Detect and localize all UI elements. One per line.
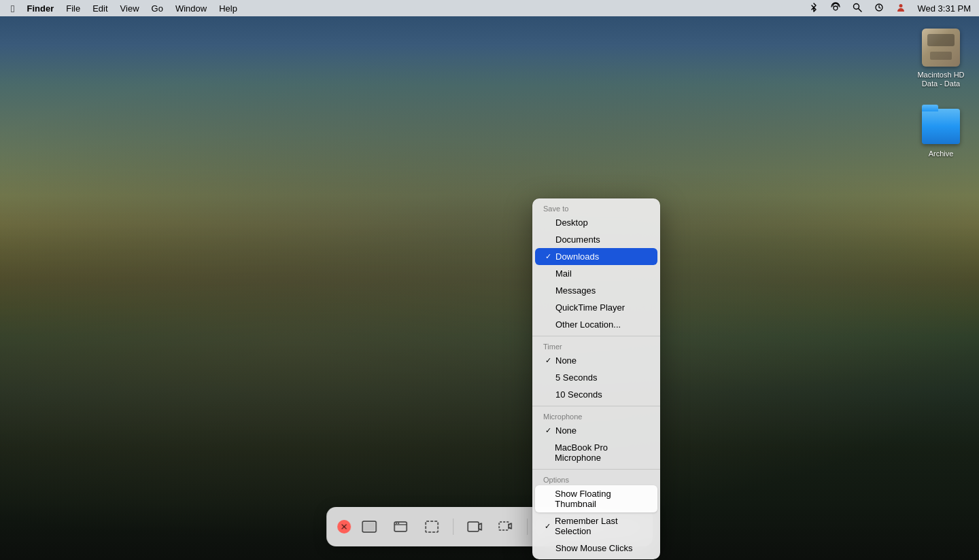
- remember-last-check: ✓: [543, 522, 552, 531]
- svg-line-2: [859, 8, 862, 12]
- menu-item-macbook-mic[interactable]: MacBook Pro Microphone: [532, 439, 660, 466]
- menu-item-messages[interactable]: Messages: [532, 282, 660, 299]
- menubar-edit[interactable]: Edit: [87, 2, 113, 15]
- fullscreen-capture-button[interactable]: [356, 514, 382, 540]
- selection-video-button[interactable]: [493, 514, 519, 540]
- separator-2: [532, 406, 660, 406]
- menubar-go[interactable]: Go: [146, 2, 169, 15]
- window-capture-button[interactable]: [388, 514, 413, 540]
- svg-rect-15: [499, 522, 509, 530]
- screentime-icon[interactable]: [871, 1, 887, 16]
- archive-label: Archive: [929, 150, 954, 158]
- menu-item-other-location[interactable]: Other Location...: [532, 316, 660, 333]
- menubar-file[interactable]: File: [61, 2, 86, 15]
- archive-folder-icon: [921, 106, 961, 147]
- menubar-app-name[interactable]: Finder: [21, 2, 59, 15]
- menubar-left:  Finder File Edit View Go Window Help: [5, 1, 243, 16]
- timer-label: Timer: [532, 339, 660, 352]
- mountain-overlay: [0, 0, 979, 560]
- save-to-label: Save to: [532, 201, 660, 214]
- none-timer-check: ✓: [543, 356, 553, 365]
- hdd-label: Macintosh HDData - Data: [917, 71, 964, 88]
- options-context-menu: Save to Desktop Documents ✓ Downloads Ma…: [532, 198, 660, 559]
- airdrop-icon[interactable]: [827, 1, 844, 16]
- toolbar-divider-1: [453, 519, 453, 535]
- menu-item-10-seconds[interactable]: 10 Seconds: [532, 386, 660, 403]
- hdd-drive-icon: [921, 27, 961, 68]
- screen-video-button[interactable]: [462, 514, 487, 540]
- menu-item-mail[interactable]: Mail: [532, 265, 660, 282]
- svg-rect-8: [364, 523, 375, 531]
- menu-item-show-floating[interactable]: Show Floating Thumbnail: [535, 485, 657, 512]
- downloads-check: ✓: [543, 252, 553, 261]
- menu-item-downloads[interactable]: ✓ Downloads: [535, 248, 657, 265]
- bluetooth-icon[interactable]: [806, 1, 822, 16]
- selection-capture-button[interactable]: [419, 514, 445, 540]
- menubar:  Finder File Edit View Go Window Help: [0, 0, 979, 16]
- separator-1: [532, 336, 660, 336]
- svg-point-4: [899, 4, 903, 7]
- menu-item-none-timer[interactable]: ✓ None: [532, 352, 660, 369]
- desktop-icon-hdd[interactable]: Macintosh HDData - Data: [914, 24, 968, 91]
- menubar-help[interactable]: Help: [213, 2, 243, 15]
- menubar-clock: Wed 3:31 PM: [914, 2, 974, 15]
- menu-item-documents[interactable]: Documents: [532, 231, 660, 248]
- menubar-right: Wed 3:31 PM: [806, 1, 974, 16]
- toolbar-divider-2: [527, 519, 528, 535]
- menu-item-show-mouse[interactable]: Show Mouse Clicks: [532, 540, 660, 557]
- toolbar-close-button[interactable]: [337, 520, 351, 533]
- options-section-label: Options: [532, 472, 660, 485]
- svg-point-12: [398, 523, 399, 524]
- separator-3: [532, 469, 660, 470]
- desktop-icon-archive[interactable]: Archive: [914, 103, 968, 161]
- svg-rect-13: [426, 521, 438, 532]
- menu-item-none-mic[interactable]: ✓ None: [532, 422, 660, 439]
- menu-item-remember-last[interactable]: ✓ Remember Last Selection: [532, 512, 660, 540]
- search-icon[interactable]: [849, 1, 865, 16]
- apple-menu[interactable]: : [5, 1, 20, 16]
- menubar-view[interactable]: View: [115, 2, 145, 15]
- menubar-window[interactable]: Window: [170, 2, 212, 15]
- menu-item-desktop[interactable]: Desktop: [532, 214, 660, 231]
- svg-point-0: [834, 6, 838, 10]
- none-mic-check: ✓: [543, 426, 553, 435]
- microphone-label: Microphone: [532, 409, 660, 422]
- menu-item-5-seconds[interactable]: 5 Seconds: [532, 369, 660, 386]
- svg-rect-14: [468, 522, 479, 531]
- svg-point-11: [396, 523, 397, 524]
- menu-item-quicktime[interactable]: QuickTime Player: [532, 299, 660, 316]
- profile-icon[interactable]: [893, 1, 909, 16]
